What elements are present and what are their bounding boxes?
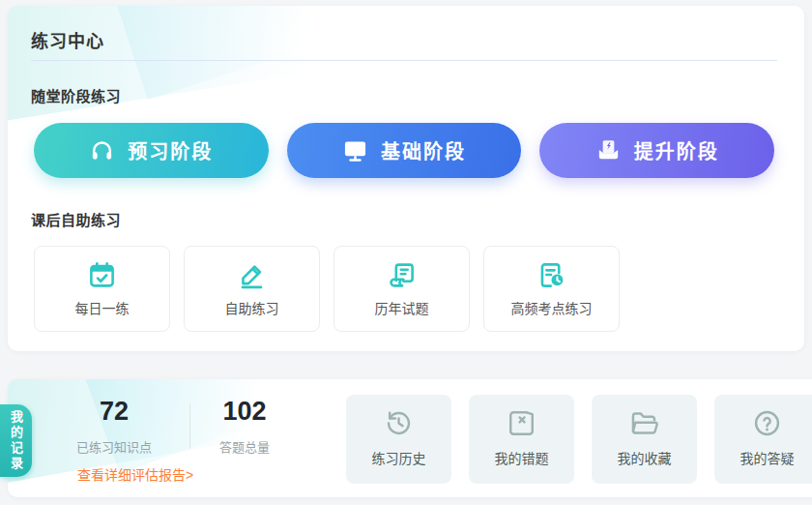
stage-section-heading: 随堂阶段练习: [31, 85, 121, 105]
stage-buttons-row: 预习阶段 基础阶段 提升阶段: [34, 123, 774, 178]
card-label: 历年试题: [375, 298, 429, 317]
button-my-favorites[interactable]: 我的收藏: [592, 395, 697, 484]
button-my-questions[interactable]: 我的答疑: [714, 395, 812, 484]
card-past-exams[interactable]: 历年试题: [334, 246, 470, 332]
folder-icon: [628, 407, 660, 439]
stat-label: 已练习知识点: [60, 437, 168, 456]
report-link[interactable]: 查看详细评估报告>: [77, 464, 193, 484]
wrong-book-icon: [506, 407, 537, 439]
stage-button-label: 提升阶段: [634, 136, 719, 164]
record-button-label: 我的答疑: [740, 448, 795, 467]
page-title: 练习中心: [31, 27, 104, 52]
card-label: 高频考点练习: [511, 298, 593, 317]
monitor-icon: [342, 137, 368, 163]
corner-decoration: [112, 6, 387, 100]
history-icon: [383, 407, 415, 439]
upgrade-icon: [595, 137, 622, 163]
card-self-practice[interactable]: 自助练习: [184, 246, 320, 332]
pencil-icon: [237, 260, 267, 290]
selfhelp-section-heading: 课后自助练习: [31, 209, 121, 229]
card-label: 自助练习: [225, 298, 279, 317]
stage-button-basic[interactable]: 基础阶段: [287, 123, 522, 178]
question-icon: [751, 407, 783, 439]
stage-button-preview[interactable]: 预习阶段: [34, 123, 269, 178]
card-label: 每日一练: [75, 298, 130, 317]
calendar-check-icon: [87, 260, 117, 290]
stat-value: 102: [190, 397, 299, 427]
button-my-mistakes[interactable]: 我的错题: [469, 395, 574, 484]
corner-decoration: [8, 6, 414, 132]
doc-clock-icon: [536, 260, 566, 290]
my-records-tab[interactable]: 我的记录: [0, 404, 32, 477]
stat-value: 72: [60, 397, 168, 427]
stat-practiced-points: 72 已练习知识点: [60, 397, 168, 456]
button-practice-history[interactable]: 练习历史: [346, 395, 451, 484]
record-button-label: 练习历史: [372, 448, 426, 467]
selfhelp-cards-row: 每日一练 自助练习 历年试题: [34, 246, 620, 332]
record-button-label: 我的错题: [495, 448, 549, 467]
stat-label: 答题总量: [190, 437, 299, 456]
stage-button-label: 基础阶段: [381, 136, 466, 164]
record-button-label: 我的收藏: [618, 448, 672, 467]
scroll-icon: [387, 260, 417, 290]
my-records-panel: 72 已练习知识点 102 答题总量 查看详细评估报告> 练习历史: [8, 379, 812, 497]
stat-total-answers: 102 答题总量: [190, 397, 299, 456]
title-divider: [31, 60, 777, 61]
stage-button-label: 预习阶段: [128, 136, 213, 164]
practice-center-panel: 练习中心 随堂阶段练习 预习阶段 基础阶段: [8, 6, 804, 351]
records-buttons-row: 练习历史 我的错题 我的收藏: [346, 395, 812, 484]
card-hot-points-practice[interactable]: 高频考点练习: [483, 246, 620, 332]
headphones-icon: [89, 137, 115, 163]
stage-button-advance[interactable]: 提升阶段: [539, 123, 774, 178]
card-daily-practice[interactable]: 每日一练: [34, 246, 170, 332]
